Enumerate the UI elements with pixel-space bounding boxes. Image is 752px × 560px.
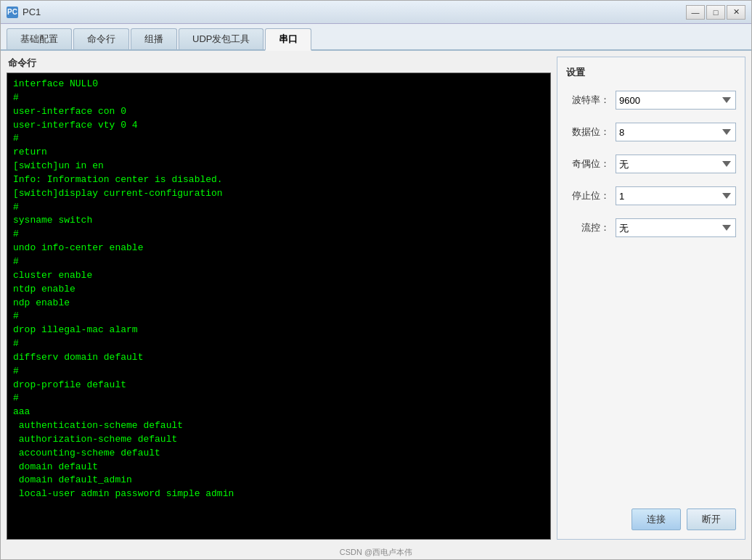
tab-cmd[interactable]: 命令行 — [73, 28, 129, 49]
settings-footer: 连接 断开 — [566, 508, 736, 530]
terminal-line: accounting-scheme default — [13, 447, 544, 461]
tab-basic[interactable]: 基础配置 — [7, 28, 72, 49]
terminal-line: # — [13, 132, 544, 146]
title-bar-left: PC PC1 — [7, 7, 41, 18]
right-panel: 设置 波特率： 9600192003840057600115200 数据位： 5… — [557, 57, 745, 540]
baud-rate-select[interactable]: 9600192003840057600115200 — [616, 91, 736, 110]
disconnect-button[interactable]: 断开 — [687, 508, 736, 530]
terminal-line: user-interface con 0 — [13, 105, 544, 119]
terminal-line: interface NULL0 — [13, 78, 544, 91]
window-icon: PC — [7, 7, 18, 18]
connect-button[interactable]: 连接 — [632, 508, 681, 530]
terminal-line: # — [13, 255, 544, 269]
data-bits-row: 数据位： 5678 — [566, 123, 736, 141]
minimize-button[interactable]: — — [686, 5, 705, 20]
terminal-line: diffserv domain default — [13, 351, 544, 365]
flow-control-label: 流控： — [566, 221, 610, 234]
baud-rate-row: 波特率： 9600192003840057600115200 — [566, 91, 736, 110]
terminal-line: ntdp enable — [13, 283, 544, 297]
terminal-line: Info: Information center is disabled. — [13, 173, 544, 187]
terminal-line: # — [13, 365, 544, 379]
terminal-line: cluster enable — [13, 269, 544, 283]
watermark: CSDN @西电卢本伟 — [1, 545, 751, 559]
close-button[interactable]: ✕ — [727, 5, 745, 20]
terminal-line: return — [13, 146, 544, 160]
terminal-line: # — [13, 337, 544, 351]
terminal-line: drop illegal-mac alarm — [13, 324, 544, 337]
tab-udp[interactable]: UDP发包工具 — [179, 28, 263, 49]
terminal-line: user-interface vty 0 4 — [13, 119, 544, 133]
title-bar: PC PC1 — □ ✕ — [1, 1, 751, 24]
terminal-line: undo info-center enable — [13, 242, 544, 255]
stop-bits-row: 停止位： 11.52 — [566, 186, 736, 205]
settings-header: 设置 — [566, 66, 736, 79]
title-controls: — □ ✕ — [686, 5, 745, 20]
restore-button[interactable]: □ — [706, 5, 725, 20]
tab-serial[interactable]: 串口 — [265, 28, 311, 51]
baud-rate-label: 波特率： — [566, 94, 610, 107]
main-window: PC PC1 — □ ✕ 基础配置 命令行 组播 UDP发包工具 串口 命令行 … — [0, 0, 752, 560]
terminal-line: aaa — [13, 405, 544, 419]
terminal-line: authorization-scheme default — [13, 433, 544, 447]
parity-label: 奇偶位： — [566, 157, 610, 170]
terminal-panel-header: 命令行 — [7, 57, 551, 70]
terminal-line: # — [13, 310, 544, 324]
terminal-line: # — [13, 201, 544, 215]
data-bits-label: 数据位： — [566, 125, 610, 139]
settings-box: 设置 波特率： 9600192003840057600115200 数据位： 5… — [557, 57, 745, 540]
parity-row: 奇偶位： 无奇偶 — [566, 155, 736, 173]
terminal-line: # — [13, 228, 544, 242]
data-bits-select[interactable]: 5678 — [616, 123, 736, 141]
terminal-line: [switch]un in en — [13, 160, 544, 173]
tab-bar: 基础配置 命令行 组播 UDP发包工具 串口 — [1, 24, 751, 51]
terminal-line: sysname switch — [13, 214, 544, 228]
window-title: PC1 — [23, 7, 41, 17]
left-panel: 命令行 interface NULL0#user-interface con 0… — [7, 57, 551, 540]
terminal-line: # — [13, 91, 544, 105]
flow-control-select[interactable]: 无硬件软件 — [616, 218, 736, 237]
terminal-line: local-user admin password simple admin — [13, 487, 544, 501]
terminal-line: domain default_admin — [13, 474, 544, 487]
stop-bits-label: 停止位： — [566, 189, 610, 202]
parity-select[interactable]: 无奇偶 — [616, 155, 736, 173]
terminal-line: authentication-scheme default — [13, 419, 544, 433]
terminal-line: [switch]display current-configuration — [13, 187, 544, 201]
flow-control-row: 流控： 无硬件软件 — [566, 218, 736, 237]
terminal-line: ndp enable — [13, 297, 544, 310]
terminal-line: # — [13, 392, 544, 405]
content-area: 命令行 interface NULL0#user-interface con 0… — [1, 51, 751, 545]
tab-multicast[interactable]: 组播 — [131, 28, 177, 49]
terminal-line: drop-profile default — [13, 379, 544, 392]
stop-bits-select[interactable]: 11.52 — [616, 186, 736, 205]
terminal-line: domain default — [13, 461, 544, 474]
terminal-output[interactable]: interface NULL0#user-interface con 0user… — [7, 73, 551, 540]
